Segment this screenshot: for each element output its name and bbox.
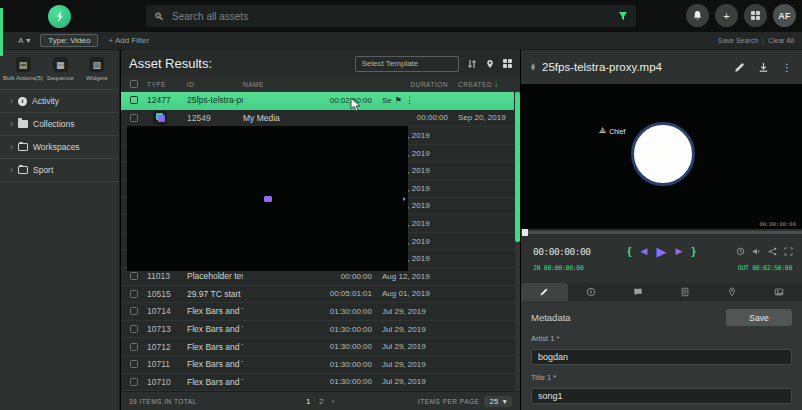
step-back-icon[interactable]: ◀ [641, 246, 648, 256]
set-in-bracket-button[interactable]: { [627, 245, 631, 257]
asset-id: 12549 [187, 113, 243, 123]
asset-name[interactable]: 29.97 TC start test.avi [187, 289, 243, 299]
table-row[interactable]: 10515 29.97 TC start test.avi 00:05:01:0… [121, 286, 514, 304]
row-checkbox[interactable] [130, 360, 138, 368]
out-point-field[interactable]: OUT 00:02:50:00 [738, 264, 792, 272]
table-scrollbar[interactable] [515, 92, 520, 391]
app-window: 🔍︎ + AF A ▾ Type: Video + Add Filter Sav… [0, 0, 802, 410]
tab-info[interactable] [568, 283, 615, 301]
step-forward-icon[interactable]: ▶ [676, 246, 683, 256]
row-kebab-menu-icon[interactable]: ⋮ [405, 95, 414, 105]
tab-location[interactable] [708, 283, 755, 301]
save-button[interactable]: Save [726, 309, 792, 326]
row-checkbox[interactable] [130, 290, 138, 298]
volume-icon[interactable] [752, 247, 761, 256]
asset-name[interactable]: Flex Bars and Tone 25 FPS.mp4 [187, 324, 243, 334]
filter-chip-type-video[interactable]: Type: Video [40, 34, 98, 47]
download-icon[interactable] [758, 62, 769, 73]
clear-all-link[interactable]: Clear All [768, 37, 794, 44]
row-checkbox[interactable] [130, 96, 138, 104]
created-date: Se [382, 96, 392, 105]
sequence-icon: ▦ [53, 57, 68, 72]
edit-pencil-icon[interactable] [734, 62, 745, 73]
layout-grid-icon[interactable] [503, 59, 513, 69]
created-date: Jul 29, 2019 [382, 342, 426, 351]
tab-document[interactable] [661, 283, 708, 301]
row-checkbox[interactable] [130, 272, 138, 280]
table-row[interactable]: 10712 Flex Bars and Tone 30 FPS.mp4 01:3… [121, 338, 514, 356]
next-page-button[interactable]: › [332, 397, 335, 406]
tab-metadata[interactable] [521, 283, 568, 301]
table-row[interactable]: 12549 My Media 00:00:00 Sep 20, 2019 [121, 110, 514, 128]
table-row[interactable]: 10711 Flex Bars and Tone 50 FPS.mp4 01:3… [121, 356, 514, 374]
asset-name[interactable]: Placeholder test [187, 271, 243, 281]
search-input[interactable] [172, 11, 612, 22]
table-row[interactable]: 10710 Flex Bars and Tone 60 FPS.mp4 01:3… [121, 374, 514, 392]
asset-name[interactable]: Flex Bars and Tone 24 FPS.mp4 [187, 306, 243, 316]
row-checkbox[interactable] [130, 325, 138, 333]
asset-id: 10712 [147, 342, 187, 352]
column-type[interactable]: TYPE [147, 81, 187, 88]
widgets-button[interactable]: ▧ Widgets [79, 57, 116, 81]
asset-name[interactable]: My Media [243, 113, 382, 123]
fullscreen-icon[interactable] [784, 247, 793, 256]
sequence-button[interactable]: ▦ Sequence [42, 57, 79, 81]
table-row[interactable]: 12477 25fps-telstra-proxy.mp4 00:02:50:0… [121, 92, 514, 110]
row-checkbox[interactable] [130, 307, 138, 315]
map-pin-icon[interactable] [485, 59, 495, 69]
sidebar-item-workspaces[interactable]: › Workspaces [0, 136, 119, 159]
top-bar-actions: + AF [686, 4, 796, 27]
page-1-button[interactable]: 1 [306, 397, 311, 406]
column-name[interactable]: NAME [243, 81, 382, 88]
share-icon[interactable] [768, 247, 777, 256]
asset-name[interactable]: 25fps-telstra-proxy.mp4 [187, 95, 243, 105]
asset-name[interactable]: Flex Bars and Tone 50 FPS.mp4 [187, 359, 243, 369]
app-logo-icon[interactable] [48, 5, 71, 28]
sidebar-item-sport[interactable]: › Sport [0, 159, 119, 182]
per-page-select[interactable]: 25 ▾ [484, 396, 512, 407]
sort-icon[interactable] [467, 59, 477, 69]
row-checkbox[interactable] [130, 114, 138, 122]
asset-name-text: Flex Bars and Tone 25 FPS.mp4 [187, 324, 243, 334]
tab-comments[interactable] [615, 283, 662, 301]
playhead-handle[interactable] [522, 229, 528, 236]
play-button[interactable]: ▶ [657, 244, 667, 259]
select-all-checkbox[interactable] [130, 80, 138, 88]
grid-icon [751, 11, 761, 21]
filter-funnel-icon[interactable] [618, 7, 628, 25]
title-field[interactable] [531, 388, 792, 404]
tab-media[interactable] [755, 283, 802, 301]
set-out-bracket-button[interactable]: } [691, 245, 695, 257]
artist-field[interactable] [531, 349, 792, 365]
user-avatar[interactable]: AF [773, 4, 796, 27]
add-button[interactable]: + [715, 4, 738, 27]
page-2-button[interactable]: 2 [319, 397, 324, 406]
column-id[interactable]: ID [187, 81, 243, 88]
asset-name[interactable]: Flex Bars and Tone 60 FPS.mp4 [187, 377, 243, 387]
loop-icon[interactable] [736, 247, 745, 256]
notifications-button[interactable] [686, 4, 709, 27]
asset-name[interactable]: Flex Bars and Tone 30 FPS.mp4 [187, 342, 243, 352]
in-point-field[interactable]: IN 00:00:00:00 [533, 264, 584, 272]
search-bar[interactable]: 🔍︎ [146, 5, 636, 27]
sidebar-item-collections[interactable]: › Collections [0, 113, 119, 136]
column-duration[interactable]: DURATION [382, 81, 458, 88]
column-created[interactable]: CREATED ↓ [458, 80, 514, 89]
seek-bar[interactable] [521, 231, 802, 234]
select-template-dropdown[interactable]: Select Template [355, 56, 459, 72]
table-row[interactable]: 10713 Flex Bars and Tone 25 FPS.mp4 01:3… [121, 321, 514, 339]
scope-dropdown[interactable]: A ▾ [18, 36, 30, 45]
video-viewport[interactable]: ⟁ Chief 00:00:00:00 [521, 84, 802, 229]
bulk-actions-button[interactable]: ▤ Bulk Actions(5) [4, 57, 42, 81]
table-row[interactable]: 10714 Flex Bars and Tone 24 FPS.mp4 01:3… [121, 303, 514, 321]
kebab-menu-icon[interactable]: ⋮ [782, 62, 792, 73]
apps-grid-button[interactable] [744, 4, 767, 27]
row-checkbox[interactable] [130, 343, 138, 351]
flag-icon[interactable]: ⚑ [395, 96, 402, 105]
row-checkbox[interactable] [130, 378, 138, 386]
sidebar-item-activity[interactable]: › i Activity [0, 90, 119, 113]
save-search-link[interactable]: Save Search [718, 37, 758, 44]
add-filter-button[interactable]: + Add Filter [108, 36, 149, 45]
expand-collapse-icon[interactable]: ▴▾ [531, 63, 535, 71]
scrollbar-thumb[interactable] [515, 92, 520, 242]
